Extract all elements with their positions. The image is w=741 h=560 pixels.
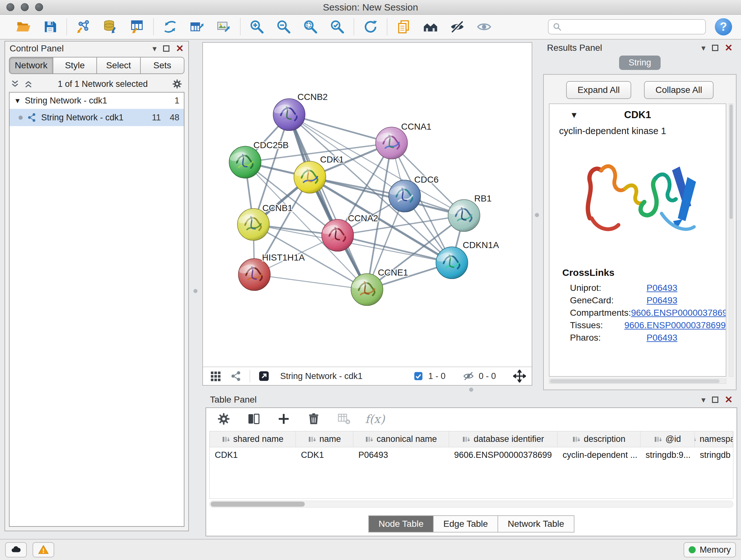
new-network-from-selection-button[interactable] [161, 18, 179, 36]
minimize-window-button[interactable] [21, 3, 29, 11]
expand-all-icon[interactable] [23, 78, 34, 89]
export-image-button[interactable] [215, 18, 232, 36]
network-node-cdkn1a[interactable] [435, 247, 468, 279]
splitter-handle[interactable] [469, 388, 473, 392]
network-options-gear-icon[interactable] [172, 78, 183, 89]
close-panel-button[interactable]: ✕ [725, 395, 733, 405]
collapse-all-button[interactable]: Collapse All [644, 81, 714, 99]
network-node-ccne1[interactable] [351, 273, 383, 306]
network-node-ccnb1[interactable] [237, 208, 269, 240]
tab-node-table[interactable]: Node Table [368, 515, 434, 533]
table-cell[interactable]: cyclin-dependent ... [557, 447, 641, 463]
gene-collapse-caret-icon[interactable]: ▼ [570, 110, 578, 120]
selected-checkbox-icon[interactable] [413, 371, 424, 381]
search-input[interactable] [564, 22, 701, 32]
table-row[interactable]: CDK1 CDK1 P06493 9606.ENSP00000378699 cy… [210, 447, 733, 463]
maximize-panel-button[interactable] [712, 45, 718, 51]
clear-table-button[interactable] [335, 410, 352, 428]
table-cell[interactable]: stringdb:9... [641, 447, 695, 463]
tree-caret-icon[interactable]: ▼ [14, 97, 21, 105]
open-session-button[interactable] [15, 18, 32, 36]
tab-style[interactable]: Style [53, 57, 97, 74]
hidden-eye-slash-icon[interactable] [463, 370, 474, 382]
column-header[interactable]: description [557, 431, 641, 447]
crosslink-link[interactable]: 9606.ENSP00000378699 [624, 320, 726, 330]
column-header[interactable]: shared name [210, 431, 296, 447]
zoom-window-button[interactable] [35, 3, 43, 11]
import-network-from-file-button[interactable] [75, 18, 92, 36]
show-columns-button[interactable] [245, 410, 262, 428]
column-header[interactable]: namespac [695, 431, 733, 447]
network-edge[interactable] [310, 177, 464, 215]
open-external-button[interactable] [257, 369, 271, 383]
float-panel-button[interactable]: ▾ [701, 44, 705, 52]
tab-select[interactable]: Select [97, 57, 141, 74]
close-window-button[interactable] [6, 3, 14, 11]
network-item-row[interactable]: String Network - cdk1 11 48 [10, 109, 184, 126]
show-all-button[interactable] [475, 18, 493, 36]
table-cell[interactable]: CDK1 [210, 447, 296, 463]
tab-sets[interactable]: Sets [141, 57, 185, 74]
maximize-panel-button[interactable] [163, 45, 170, 52]
splitter-handle[interactable] [193, 289, 198, 293]
zoom-in-button[interactable] [248, 18, 266, 36]
export-network-button[interactable] [188, 18, 205, 36]
network-node-cdk1[interactable] [293, 161, 326, 193]
table-cell[interactable]: stringdb [695, 447, 733, 463]
splitter-handle[interactable] [535, 213, 539, 217]
create-column-button[interactable] [275, 410, 292, 428]
tab-edge-table[interactable]: Edge Table [434, 515, 498, 533]
network-node-hist1h1a[interactable] [238, 259, 270, 291]
memory-button[interactable]: Memory [684, 542, 736, 557]
copy-button[interactable] [395, 18, 412, 36]
string-results-tab[interactable]: String [619, 56, 661, 70]
table-horizontal-scrollbar[interactable] [209, 501, 733, 508]
pan-crosshair-icon[interactable] [513, 370, 526, 382]
zoom-out-button[interactable] [275, 18, 292, 36]
column-header[interactable]: @id [641, 431, 695, 447]
network-canvas[interactable]: CCNB2CCNA1CDC25BCDK1CDC6RB1CCNB1CCNA2CDK… [203, 43, 532, 366]
zoom-selected-button[interactable] [329, 18, 346, 36]
table-cell[interactable]: P06493 [353, 447, 449, 463]
tab-network[interactable]: Network [9, 57, 53, 74]
network-edge[interactable] [289, 115, 367, 290]
column-header[interactable]: database identifier [449, 431, 557, 447]
network-node-ccnb2[interactable] [273, 99, 305, 131]
crosslink-link[interactable]: P06493 [647, 295, 677, 306]
cloud-status-button[interactable] [5, 542, 27, 557]
network-node-cdc6[interactable] [388, 180, 421, 212]
results-horizontal-scrollbar[interactable] [549, 379, 726, 384]
grid-view-button[interactable] [209, 369, 222, 383]
network-collection-row[interactable]: ▼ String Network - cdk1 1 [10, 92, 184, 109]
close-panel-button[interactable]: ✕ [725, 43, 733, 53]
tab-network-table[interactable]: Network Table [498, 515, 575, 533]
table-settings-button[interactable] [215, 410, 232, 428]
column-header[interactable]: canonical name [353, 431, 449, 447]
network-node-ccna2[interactable] [321, 219, 354, 251]
help-button[interactable]: ? [715, 18, 732, 36]
results-vertical-scrollbar[interactable] [729, 104, 733, 377]
collapse-all-icon[interactable] [10, 78, 20, 89]
network-edge[interactable] [254, 274, 367, 290]
float-panel-button[interactable]: ▾ [152, 44, 157, 53]
warnings-button[interactable] [32, 542, 54, 557]
zoom-fit-button[interactable] [302, 18, 319, 36]
delete-column-button[interactable] [305, 410, 322, 428]
table-cell[interactable]: 9606.ENSP00000378699 [449, 447, 557, 463]
crosslink-link[interactable]: P06493 [647, 283, 677, 293]
table-cell[interactable]: CDK1 [296, 447, 353, 463]
close-panel-button[interactable]: ✕ [176, 44, 184, 53]
network-node-cdc25b[interactable] [229, 146, 261, 178]
import-table-from-file-button[interactable] [128, 18, 145, 36]
crosslink-link[interactable]: P06493 [647, 333, 677, 343]
network-node-ccna1[interactable] [375, 127, 408, 159]
crosslink-link[interactable]: 9606.ENSP00000378699 [631, 308, 726, 318]
import-network-from-database-button[interactable] [102, 18, 119, 36]
expand-all-button[interactable]: Expand All [566, 81, 631, 99]
function-builder-button[interactable]: f(x) [365, 413, 385, 426]
apply-layout-button[interactable] [362, 18, 379, 36]
hide-selected-button[interactable] [449, 18, 466, 36]
string-network-button[interactable] [229, 369, 243, 383]
network-node-rb1[interactable] [448, 199, 480, 232]
navigator-button[interactable] [422, 18, 439, 36]
